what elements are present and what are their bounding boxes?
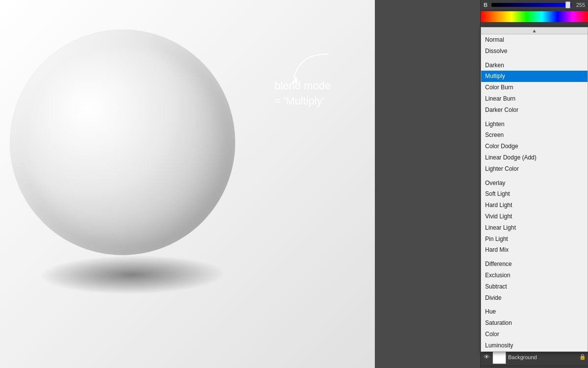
blend-item-multiply[interactable]: Multiply bbox=[481, 71, 588, 82]
blend-item-color[interactable]: Color bbox=[481, 329, 588, 340]
blend-item-screen[interactable]: Screen bbox=[481, 130, 588, 141]
canvas-area: blend mode = 'Multiply' bbox=[0, 0, 480, 368]
blend-item-linearburn[interactable]: Linear Burn bbox=[481, 93, 588, 105]
channel-value: 255 bbox=[573, 2, 585, 8]
layer-thumb-background bbox=[492, 350, 506, 364]
blend-item-luminosity[interactable]: Luminosity bbox=[481, 340, 588, 351]
blend-mode-dropdown[interactable]: ▲ Normal Dissolve Darken Multiply Color … bbox=[481, 27, 588, 352]
blend-item-lighten[interactable]: Lighten bbox=[481, 119, 588, 130]
blend-item-saturation[interactable]: Saturation bbox=[481, 317, 588, 329]
annotation-text: blend mode = 'Multiply' bbox=[274, 79, 331, 109]
blend-item-pinlight[interactable]: Pin Light bbox=[481, 234, 588, 245]
blend-item-subtract[interactable]: Subtract bbox=[481, 281, 588, 292]
blend-item-colorburn[interactable]: Color Burn bbox=[481, 82, 588, 93]
layer-lock-background: 🔒 bbox=[579, 354, 586, 361]
channel-slider-row: B 255 bbox=[481, 0, 588, 10]
color-gradient-bar[interactable] bbox=[481, 11, 588, 22]
channel-label: B bbox=[484, 2, 490, 8]
blend-item-difference[interactable]: Difference bbox=[481, 259, 588, 270]
blend-item-linearlight[interactable]: Linear Light bbox=[481, 222, 588, 234]
blend-item-dissolve[interactable]: Dissolve bbox=[481, 46, 588, 57]
blend-item-hardmix[interactable]: Hard Mix bbox=[481, 244, 588, 256]
channel-slider[interactable] bbox=[491, 3, 571, 7]
blend-item-overlay[interactable]: Overlay bbox=[481, 178, 588, 189]
blend-item-softlight[interactable]: Soft Light bbox=[481, 188, 588, 200]
blend-item-colordodge[interactable]: Color Dodge bbox=[481, 141, 588, 152]
blend-item-lineardodge[interactable]: Linear Dodge (Add) bbox=[481, 152, 588, 163]
scroll-up-btn[interactable]: ▲ bbox=[481, 27, 588, 34]
sphere bbox=[10, 29, 235, 255]
layer-eye-background[interactable]: 👁 bbox=[483, 353, 490, 361]
right-panel: B 255 ▲ Normal Dissolve Darken Multiply … bbox=[480, 0, 588, 368]
blend-item-normal[interactable]: Normal bbox=[481, 34, 588, 46]
blend-item-exclusion[interactable]: Exclusion bbox=[481, 270, 588, 281]
blend-item-divide[interactable]: Divide bbox=[481, 292, 588, 304]
layer-name-background: Background bbox=[508, 354, 577, 360]
blend-item-lightercolor[interactable]: Lighter Color bbox=[481, 163, 588, 175]
slider-thumb[interactable] bbox=[565, 1, 570, 8]
blend-item-vividlight[interactable]: Vivid Light bbox=[481, 211, 588, 222]
blend-item-darkercolor[interactable]: Darker Color bbox=[481, 105, 588, 116]
blend-item-darken[interactable]: Darken bbox=[481, 60, 588, 71]
blend-item-hardlight[interactable]: Hard Light bbox=[481, 200, 588, 211]
blend-item-hue[interactable]: Hue bbox=[481, 306, 588, 317]
sphere-container bbox=[10, 29, 255, 299]
sphere-shadow bbox=[34, 255, 230, 294]
